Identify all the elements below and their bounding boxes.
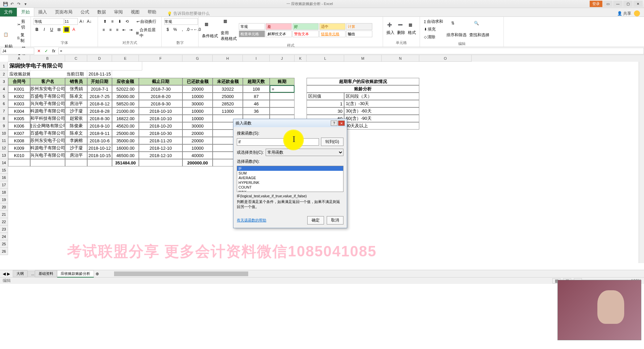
cell[interactable]: K004 — [8, 107, 30, 115]
cell[interactable]: 2018-8-20 — [139, 93, 182, 100]
comma-icon[interactable]: , — [179, 26, 186, 33]
col-header[interactable]: G — [182, 55, 213, 62]
row-header[interactable]: 21 — [0, 211, 8, 218]
font-size-select[interactable] — [64, 18, 78, 25]
row-header[interactable]: 12 — [0, 144, 8, 152]
close-button[interactable]: ✕ — [633, 1, 643, 7]
indent-dec-icon[interactable]: ⇤ — [121, 27, 127, 33]
align-middle-icon[interactable]: ≡ — [109, 18, 116, 25]
copy-button[interactable]: ⎘ 复制 — [16, 32, 28, 44]
cell[interactable]: 2018-11-20 — [139, 137, 182, 144]
cell[interactable]: 52022.00 — [112, 85, 139, 93]
go-button[interactable]: 转到(G) — [321, 138, 343, 146]
cell[interactable]: 李婉榕 — [65, 137, 87, 144]
tab-review[interactable]: 审阅 — [110, 8, 127, 16]
cell[interactable]: 28520 — [213, 100, 243, 107]
wrap-text-button[interactable]: ↩ 自动换行 — [135, 18, 158, 25]
dialog-close-button[interactable]: ✕ — [338, 120, 345, 126]
cell[interactable]: 和平科技有限公司 — [30, 115, 65, 122]
row-header[interactable]: 20 — [0, 203, 8, 211]
style-neutral[interactable]: 适中 — [319, 23, 345, 30]
cell[interactable]: 客户名 — [30, 78, 65, 85]
col-header[interactable]: I — [243, 55, 270, 62]
table-format-button[interactable]: ▦套用 表格格式 — [220, 18, 237, 42]
row-header[interactable]: 4 — [0, 85, 8, 93]
cell[interactable]: 35000.00 — [112, 137, 139, 144]
align-bottom-icon[interactable]: ⬇ — [116, 18, 123, 25]
style-good[interactable]: 好 — [292, 23, 319, 30]
cell[interactable]: K003 — [8, 100, 30, 107]
row-header[interactable]: 13 — [0, 152, 8, 159]
function-list-item[interactable]: HYPERLINK — [237, 180, 343, 185]
cell[interactable]: 2018-10-15 — [87, 152, 112, 159]
cell[interactable]: 25000 — [213, 93, 243, 100]
cell[interactable]: 30000 — [182, 122, 213, 130]
cell[interactable]: 2018-8-12 — [87, 100, 112, 107]
cell[interactable]: 2018-9-11 — [87, 130, 112, 137]
cell[interactable]: 科源电子有限公司 — [30, 107, 65, 115]
face-icon[interactable] — [634, 10, 640, 16]
autosum-button[interactable]: Σ 自动求和 — [423, 18, 444, 25]
cell[interactable]: 2018-9-10 — [87, 122, 112, 130]
cell[interactable]: 深圳快学电子有限公司 — [8, 62, 142, 70]
row-header[interactable]: 7 — [0, 107, 8, 115]
function-list-item[interactable]: IF — [237, 166, 343, 171]
increase-decimal-icon[interactable]: .0→ — [186, 26, 193, 33]
enter-formula-icon[interactable]: ✓ — [43, 48, 50, 54]
underline-button[interactable]: U — [48, 26, 55, 33]
orientation-icon[interactable]: ⟲ — [124, 18, 130, 25]
align-left-icon[interactable]: ≡ — [101, 27, 107, 33]
cell[interactable]: 46500.00 — [112, 152, 139, 159]
tab-file[interactable]: 文件 — [0, 8, 17, 16]
row-header[interactable]: 2 — [0, 70, 8, 78]
col-header[interactable]: N — [382, 55, 419, 62]
cell[interactable]: 108 — [243, 85, 270, 93]
dialog-help-button[interactable]: ? — [331, 120, 337, 126]
cell[interactable] — [87, 159, 112, 166]
row-header[interactable]: 18 — [0, 189, 8, 196]
add-sheet-button[interactable]: ⊕ — [94, 270, 101, 277]
cell[interactable]: 截止日期 — [139, 78, 182, 85]
align-top-icon[interactable]: ⬆ — [102, 18, 108, 25]
cell[interactable]: 60(含）-90天 — [344, 115, 419, 122]
tab-formulas[interactable]: 公式 — [76, 8, 93, 16]
cell[interactable]: 沙子凝 — [65, 144, 87, 152]
cell[interactable]: 账期 — [270, 78, 294, 85]
row-header[interactable]: 14 — [0, 159, 8, 166]
cell[interactable]: 未还款金额 — [213, 78, 243, 85]
tab-home[interactable]: 开始 — [17, 7, 34, 16]
cell[interactable]: 20000 — [182, 85, 213, 93]
row-header[interactable]: 8 — [0, 115, 8, 122]
cell[interactable]: 2018-10-6 — [87, 137, 112, 144]
cell[interactable]: 张秀娟 — [65, 85, 87, 93]
col-header[interactable]: H — [213, 55, 243, 62]
cell[interactable]: 房治平 — [65, 152, 87, 159]
cell[interactable]: 20000 — [182, 130, 213, 137]
align-center-icon[interactable]: ≡ — [107, 27, 113, 33]
cell[interactable]: 苏州东安电子公司 — [30, 137, 65, 144]
border-button[interactable]: ⊞ — [56, 26, 62, 33]
cell[interactable]: 2018-7-30 — [139, 85, 182, 93]
cell[interactable]: 21000.00 — [112, 107, 139, 115]
cell[interactable]: 当前日期 — [65, 70, 87, 78]
row-header[interactable]: 6 — [0, 100, 8, 107]
cell[interactable]: 百盛电子有限公司 — [30, 93, 65, 100]
cell[interactable]: 合同号 — [8, 78, 30, 85]
find-select-button[interactable]: 🔍查找和选择 — [469, 20, 490, 39]
cell[interactable]: 2018-10-30 — [139, 130, 182, 137]
cell[interactable]: 2018-12-10 — [139, 152, 182, 159]
cell[interactable]: = — [270, 85, 294, 93]
col-header[interactable]: J — [270, 55, 294, 62]
sheet-tab-blank[interactable]: ... — [28, 271, 35, 277]
cell[interactable]: K008 — [8, 137, 30, 144]
function-help-link[interactable]: 有关该函数的帮助 — [237, 218, 266, 223]
cell[interactable]: 陈卓文 — [65, 93, 87, 100]
save-icon[interactable]: 💾 — [3, 1, 8, 7]
cell[interactable]: 25000.00 — [112, 130, 139, 137]
ribbon-options-icon[interactable]: ▭ — [603, 1, 612, 7]
cell[interactable]: 区间段（天） — [344, 93, 419, 100]
style-warn[interactable]: 警告文本 — [292, 31, 319, 37]
col-header[interactable]: A — [8, 55, 30, 62]
tab-insert[interactable]: 插入 — [34, 8, 51, 16]
row-header[interactable]: 16 — [0, 174, 8, 181]
